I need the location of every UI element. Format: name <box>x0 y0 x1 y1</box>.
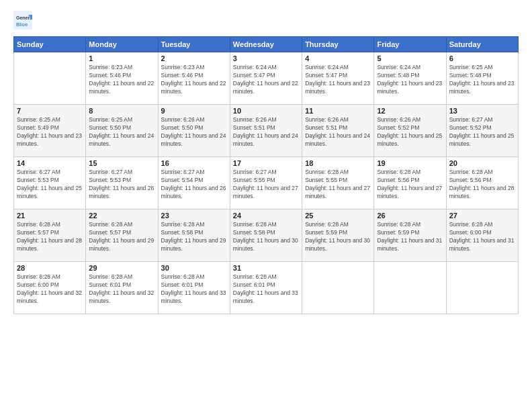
day-info: Sunrise: 6:28 AMSunset: 5:57 PMDaylight:… <box>17 221 83 253</box>
week-row: 7Sunrise: 6:25 AMSunset: 5:49 PMDaylight… <box>14 105 519 157</box>
day-number: 10 <box>233 107 299 115</box>
day-number: 8 <box>89 107 154 115</box>
day-info: Sunrise: 6:27 AMSunset: 5:53 PMDaylight:… <box>89 169 154 201</box>
calendar-cell: 26Sunrise: 6:28 AMSunset: 5:59 PMDayligh… <box>374 210 446 262</box>
day-number: 31 <box>233 264 299 272</box>
calendar-cell: 28Sunrise: 6:28 AMSunset: 6:00 PMDayligh… <box>14 262 86 314</box>
calendar-cell: 11Sunrise: 6:26 AMSunset: 5:51 PMDayligh… <box>302 105 374 157</box>
day-info: Sunrise: 6:27 AMSunset: 5:54 PMDaylight:… <box>161 169 227 201</box>
calendar-cell: 8Sunrise: 6:25 AMSunset: 5:50 PMDaylight… <box>86 105 158 157</box>
calendar-cell: 20Sunrise: 6:28 AMSunset: 5:56 PMDayligh… <box>446 157 518 210</box>
day-info: Sunrise: 6:28 AMSunset: 5:58 PMDaylight:… <box>233 221 299 253</box>
day-number: 18 <box>305 159 371 167</box>
day-number: 28 <box>17 264 83 272</box>
calendar-cell: 25Sunrise: 6:28 AMSunset: 5:59 PMDayligh… <box>302 210 374 262</box>
calendar-table: Sunday Monday Tuesday Wednesday Thursday… <box>13 36 519 314</box>
day-info: Sunrise: 6:28 AMSunset: 5:57 PMDaylight:… <box>89 221 154 253</box>
calendar-cell: 1Sunrise: 6:23 AMSunset: 5:46 PMDaylight… <box>86 52 158 105</box>
calendar-cell: 3Sunrise: 6:24 AMSunset: 5:47 PMDaylight… <box>230 52 302 105</box>
day-number: 7 <box>17 107 83 115</box>
header: General Blue <box>13 11 519 30</box>
week-row: 28Sunrise: 6:28 AMSunset: 6:00 PMDayligh… <box>14 262 519 314</box>
day-info: Sunrise: 6:24 AMSunset: 5:48 PMDaylight:… <box>377 64 443 96</box>
calendar-cell: 15Sunrise: 6:27 AMSunset: 5:53 PMDayligh… <box>86 157 158 210</box>
day-info: Sunrise: 6:28 AMSunset: 6:00 PMDaylight:… <box>17 273 83 306</box>
day-info: Sunrise: 6:28 AMSunset: 6:01 PMDaylight:… <box>89 273 154 306</box>
day-info: Sunrise: 6:26 AMSunset: 5:51 PMDaylight:… <box>233 116 299 148</box>
day-number: 4 <box>305 54 371 62</box>
calendar-cell: 13Sunrise: 6:27 AMSunset: 5:52 PMDayligh… <box>446 105 518 157</box>
col-monday: Monday <box>86 37 158 52</box>
svg-text:Blue: Blue <box>16 21 28 28</box>
calendar-cell: 10Sunrise: 6:26 AMSunset: 5:51 PMDayligh… <box>230 105 302 157</box>
day-info: Sunrise: 6:28 AMSunset: 5:59 PMDaylight:… <box>305 221 371 253</box>
col-thursday: Thursday <box>302 37 374 52</box>
logo: General Blue <box>13 11 32 30</box>
day-number: 25 <box>305 212 371 220</box>
calendar-cell: 5Sunrise: 6:24 AMSunset: 5:48 PMDaylight… <box>374 52 446 105</box>
day-number: 6 <box>449 54 515 62</box>
day-info: Sunrise: 6:28 AMSunset: 5:55 PMDaylight:… <box>305 169 371 201</box>
calendar-cell: 27Sunrise: 6:28 AMSunset: 6:00 PMDayligh… <box>446 210 518 262</box>
day-info: Sunrise: 6:28 AMSunset: 5:58 PMDaylight:… <box>161 221 227 253</box>
day-info: Sunrise: 6:27 AMSunset: 5:55 PMDaylight:… <box>233 169 299 201</box>
calendar-cell: 12Sunrise: 6:26 AMSunset: 5:52 PMDayligh… <box>374 105 446 157</box>
col-wednesday: Wednesday <box>230 37 302 52</box>
day-number: 9 <box>161 107 227 115</box>
col-sunday: Sunday <box>14 37 86 52</box>
calendar-cell: 7Sunrise: 6:25 AMSunset: 5:49 PMDaylight… <box>14 105 86 157</box>
calendar-header: Sunday Monday Tuesday Wednesday Thursday… <box>14 37 519 52</box>
day-number: 26 <box>377 212 443 220</box>
calendar-cell: 4Sunrise: 6:24 AMSunset: 5:47 PMDaylight… <box>302 52 374 105</box>
day-info: Sunrise: 6:24 AMSunset: 5:47 PMDaylight:… <box>305 64 371 96</box>
calendar-cell <box>14 52 86 105</box>
day-info: Sunrise: 6:28 AMSunset: 6:01 PMDaylight:… <box>161 273 227 306</box>
calendar-cell: 22Sunrise: 6:28 AMSunset: 5:57 PMDayligh… <box>86 210 158 262</box>
calendar-cell: 2Sunrise: 6:23 AMSunset: 5:46 PMDaylight… <box>158 52 230 105</box>
calendar-cell: 24Sunrise: 6:28 AMSunset: 5:58 PMDayligh… <box>230 210 302 262</box>
logo-icon: General Blue <box>13 11 32 30</box>
calendar-cell <box>302 262 374 314</box>
day-info: Sunrise: 6:25 AMSunset: 5:48 PMDaylight:… <box>449 64 515 96</box>
day-info: Sunrise: 6:28 AMSunset: 6:01 PMDaylight:… <box>233 273 299 306</box>
day-info: Sunrise: 6:28 AMSunset: 5:59 PMDaylight:… <box>377 221 443 253</box>
calendar-cell: 14Sunrise: 6:27 AMSunset: 5:53 PMDayligh… <box>14 157 86 210</box>
day-number: 21 <box>17 212 83 220</box>
day-info: Sunrise: 6:23 AMSunset: 5:46 PMDaylight:… <box>89 64 154 96</box>
calendar-cell: 30Sunrise: 6:28 AMSunset: 6:01 PMDayligh… <box>158 262 230 314</box>
day-number: 19 <box>377 159 443 167</box>
col-tuesday: Tuesday <box>158 37 230 52</box>
calendar-cell: 21Sunrise: 6:28 AMSunset: 5:57 PMDayligh… <box>14 210 86 262</box>
calendar-cell: 31Sunrise: 6:28 AMSunset: 6:01 PMDayligh… <box>230 262 302 314</box>
day-info: Sunrise: 6:28 AMSunset: 6:00 PMDaylight:… <box>449 221 515 253</box>
day-number: 3 <box>233 54 299 62</box>
day-number: 23 <box>161 212 227 220</box>
calendar-body: 1Sunrise: 6:23 AMSunset: 5:46 PMDaylight… <box>14 52 519 314</box>
day-number: 29 <box>89 264 154 272</box>
calendar-cell: 16Sunrise: 6:27 AMSunset: 5:54 PMDayligh… <box>158 157 230 210</box>
week-row: 21Sunrise: 6:28 AMSunset: 5:57 PMDayligh… <box>14 210 519 262</box>
day-info: Sunrise: 6:27 AMSunset: 5:52 PMDaylight:… <box>449 116 515 148</box>
day-info: Sunrise: 6:24 AMSunset: 5:47 PMDaylight:… <box>233 64 299 96</box>
day-number: 24 <box>233 212 299 220</box>
page: General Blue Sunday Monday Tuesday Wedne… <box>0 0 532 411</box>
day-number: 13 <box>449 107 515 115</box>
calendar-cell: 17Sunrise: 6:27 AMSunset: 5:55 PMDayligh… <box>230 157 302 210</box>
header-row: Sunday Monday Tuesday Wednesday Thursday… <box>14 37 519 52</box>
day-info: Sunrise: 6:26 AMSunset: 5:52 PMDaylight:… <box>377 116 443 148</box>
day-number: 11 <box>305 107 371 115</box>
col-saturday: Saturday <box>446 37 518 52</box>
calendar-cell <box>374 262 446 314</box>
day-number: 1 <box>89 54 154 62</box>
calendar-cell: 29Sunrise: 6:28 AMSunset: 6:01 PMDayligh… <box>86 262 158 314</box>
calendar-cell: 23Sunrise: 6:28 AMSunset: 5:58 PMDayligh… <box>158 210 230 262</box>
day-number: 15 <box>89 159 154 167</box>
calendar-cell <box>446 262 518 314</box>
day-info: Sunrise: 6:28 AMSunset: 5:56 PMDaylight:… <box>377 169 443 201</box>
day-info: Sunrise: 6:27 AMSunset: 5:53 PMDaylight:… <box>17 169 83 201</box>
day-info: Sunrise: 6:26 AMSunset: 5:51 PMDaylight:… <box>305 116 371 148</box>
calendar-cell: 9Sunrise: 6:26 AMSunset: 5:50 PMDaylight… <box>158 105 230 157</box>
day-number: 2 <box>161 54 227 62</box>
week-row: 1Sunrise: 6:23 AMSunset: 5:46 PMDaylight… <box>14 52 519 105</box>
day-number: 20 <box>449 159 515 167</box>
